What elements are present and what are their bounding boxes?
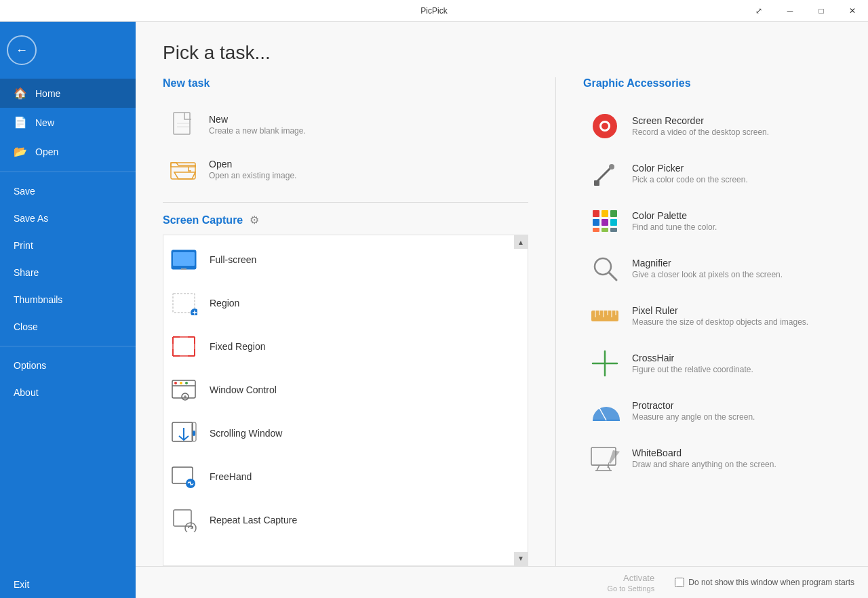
sidebar-label-exit: Exit [14,579,29,590]
sidebar-item-save[interactable]: Save [0,178,136,205]
capture-scrolling-window[interactable]: Scrolling Window [163,412,528,455]
repeat-last-task-name: Repeat Last Capture [210,515,297,525]
sidebar-label-share: Share [14,267,39,278]
svg-point-24 [180,382,182,384]
sidebar-item-save-as[interactable]: Save As [0,205,136,232]
open-task-desc: Open an existing image. [209,171,296,180]
fixed-region-task-info: Fixed Region [210,341,266,352]
open-task-icon [170,156,197,183]
color-palette-info: Color Palette Find and tune the color. [632,210,717,232]
sidebar-label-print: Print [14,240,33,251]
graphic-protractor[interactable]: Protractor Measure any angle on the scre… [583,388,841,434]
capture-region[interactable]: Region [163,281,528,325]
graphic-crosshair[interactable]: CrossHair Figure out the relative coordi… [583,340,841,386]
minimize-icon: ─ [787,6,793,16]
back-button[interactable]: ← [7,35,37,65]
sidebar-label-open: Open [35,146,58,157]
protractor-info: Protractor Measure any angle on the scre… [632,400,755,422]
capture-list: Full-screen [163,235,528,565]
sidebar-label-close: Close [14,321,38,332]
svg-rect-46 [610,219,617,226]
window-control-task-name: Window Control [210,384,277,395]
sidebar-item-share[interactable]: Share [0,259,136,286]
close-icon: ✕ [849,6,856,16]
app-body: ← 🏠 Home 📄 New 📂 Open Save Save As Print… [0,22,868,598]
sidebar-item-about[interactable]: About [0,379,136,406]
scrolling-window-capture-icon [170,420,197,447]
protractor-name: Protractor [632,400,755,411]
new-task-info: New Create a new blank image. [209,114,306,136]
svg-rect-42 [601,210,608,217]
close-button[interactable]: ✕ [837,0,868,22]
scrolling-window-task-info: Scrolling Window [210,428,282,439]
new-task-desc: Create a new blank image. [209,126,306,136]
footer: Activate Go to Settings Do not show this… [136,566,868,598]
capture-fullscreen[interactable]: Full-screen [163,238,528,281]
content-area: New task New [136,77,868,566]
graphic-color-picker[interactable]: Color Picker Pick a color code on the sc… [583,151,841,197]
scroll-down-button[interactable]: ▼ [514,552,528,565]
graphic-pixel-ruler[interactable]: Pixel Ruler Measure the size of desktop … [583,293,841,339]
minimize-button[interactable]: ─ [774,0,806,22]
sidebar-item-thumbnails[interactable]: Thumbnails [0,286,136,313]
new-task-list: New Create a new blank image. [163,103,528,191]
task-open[interactable]: Open Open an existing image. [163,148,528,191]
crosshair-desc: Figure out the relative coordinate. [632,365,753,374]
dont-show-label: Do not show this window when program sta… [688,578,854,587]
magnifier-info: Magnifier Give a closer look at pixels o… [632,258,783,279]
scroll-up-button[interactable]: ▲ [514,235,528,249]
footer-checkbox-area: Do not show this window when program sta… [675,578,854,587]
whiteboard-info: WhiteBoard Draw and share anything on th… [632,447,776,469]
new-task-name: New [209,114,306,125]
capture-fixed-region[interactable]: Fixed Region [163,325,528,368]
sidebar-item-open[interactable]: 📂 Open [0,137,136,166]
capture-repeat-last[interactable]: Repeat Last Capture [163,498,528,542]
crosshair-icon [590,348,620,378]
sidebar: ← 🏠 Home 📄 New 📂 Open Save Save As Print… [0,22,136,598]
capture-window-control[interactable]: Window Control [163,368,528,412]
graphic-color-palette[interactable]: Color Palette Find and tune the color. [583,198,841,244]
fullscreen-icon: ⤢ [755,6,762,16]
dont-show-checkbox[interactable] [675,578,684,587]
protractor-icon [590,396,620,426]
svg-rect-5 [173,252,195,266]
pixel-ruler-icon [590,301,620,331]
left-column: New task New [163,77,528,566]
graphic-magnifier[interactable]: Magnifier Give a closer look at pixels o… [583,245,841,292]
page-header: Pick a task... [136,22,868,77]
task-new[interactable]: New Create a new blank image. [163,103,528,146]
svg-rect-44 [593,219,599,226]
maximize-button[interactable]: □ [806,0,837,22]
sidebar-item-new[interactable]: 📄 New [0,108,136,137]
sidebar-label-about: About [14,387,39,398]
svg-rect-41 [593,210,599,217]
new-task-icon [170,111,197,138]
sidebar-item-home[interactable]: 🏠 Home [0,79,136,108]
capture-freehand[interactable]: FreeHand [163,455,528,498]
screen-recorder-icon [590,111,620,141]
fullscreen-capture-icon [170,246,197,273]
sidebar-item-close[interactable]: Close [0,313,136,340]
svg-rect-40 [594,180,599,186]
activate-text: Activate [623,572,654,584]
open-task-name: Open [209,159,296,170]
sidebar-label-new: New [35,117,54,128]
graphic-screen-recorder[interactable]: Screen Recorder Record a video of the de… [583,103,841,149]
sidebar-item-options[interactable]: Options [0,352,136,379]
magnifier-desc: Give a closer look at pixels on the scre… [632,270,783,279]
sidebar-label-options: Options [14,360,46,371]
whiteboard-desc: Draw and share anything on the screen. [632,460,776,469]
sidebar-item-print[interactable]: Print [0,232,136,259]
capture-settings-icon[interactable]: ⚙ [250,214,259,226]
sidebar-item-exit[interactable]: Exit [0,571,136,598]
right-column: Graphic Accessories Screen Recorder Reco… [583,77,841,566]
graphic-whiteboard[interactable]: WhiteBoard Draw and share anything on th… [583,435,841,481]
activate-link[interactable]: Go to Settings [608,584,655,593]
screen-recorder-name: Screen Recorder [632,115,769,126]
new-task-divider [163,202,528,203]
title-bar: PicPick ⤢ ─ □ ✕ [0,0,868,22]
screen-capture-header: Screen Capture ⚙ [163,214,528,226]
crosshair-name: CrossHair [632,353,753,363]
fullscreen-button[interactable]: ⤢ [743,0,774,22]
back-icon: ← [16,43,28,58]
